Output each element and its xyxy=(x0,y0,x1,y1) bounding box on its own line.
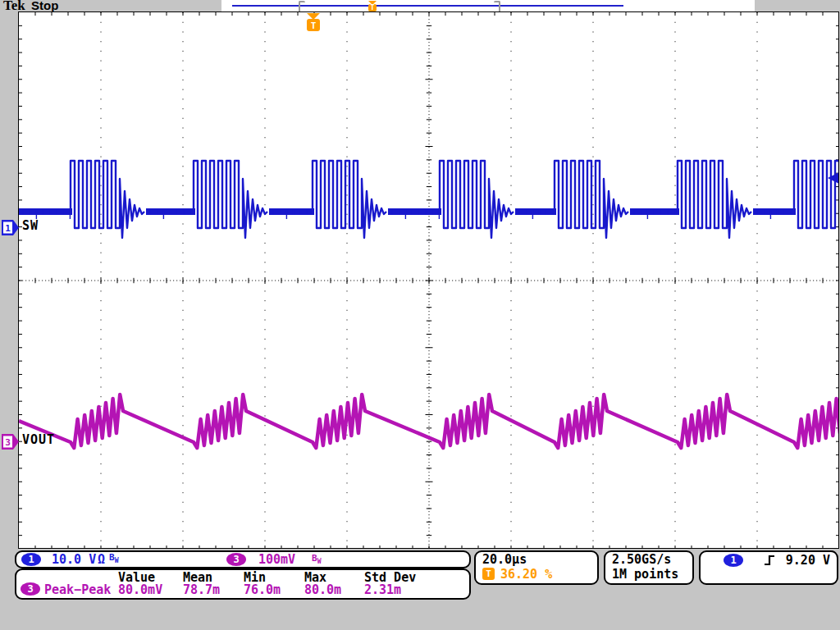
trigger-source-badge: 1 xyxy=(724,554,743,567)
trigger-t-icon: T xyxy=(482,568,495,580)
meas-min: 76.0m xyxy=(244,582,281,597)
sample-rate: 2.50GS/s xyxy=(612,552,671,567)
graticule-bottom-border xyxy=(18,548,839,549)
trigger-position-marker-small[interactable]: T xyxy=(367,0,378,11)
svg-text:3: 3 xyxy=(5,437,11,448)
rising-edge-icon xyxy=(763,554,776,567)
acquisition-readout[interactable]: 2.50GS/s 1M points xyxy=(604,550,694,585)
meas-stddev: 2.31m xyxy=(364,582,401,597)
trigger-level: 9.20 V xyxy=(786,553,830,568)
ch1-waveform-label: SW xyxy=(22,218,39,233)
trigger-readout[interactable]: 1 9.20 V xyxy=(699,550,838,585)
ch3-badge: 3 xyxy=(226,553,246,566)
meas-max: 80.0m xyxy=(304,582,341,597)
svg-text:1: 1 xyxy=(5,223,11,234)
measurement-panel[interactable]: Value Mean Min Max Std Dev 3 Peak−Peak 8… xyxy=(15,568,471,600)
trigger-position-flag[interactable]: T xyxy=(305,13,322,32)
ch1-scale: 10.0 V xyxy=(52,552,96,567)
ch1-coupling-icon: Ω xyxy=(98,552,105,567)
acquisition-state: Stop xyxy=(31,0,58,12)
ch1-position-marker[interactable]: 1 xyxy=(2,220,20,235)
waveform-display xyxy=(19,12,839,549)
graticule-display: T 1 SW 3 VOUT xyxy=(18,11,839,549)
channel-scale-readout[interactable]: 1 10.0 V Ω BW 3 100mV BW xyxy=(15,550,471,568)
horizontal-readout[interactable]: 20.0µs T 36.20 % xyxy=(474,550,599,585)
ch1-bandwidth-icon: BW xyxy=(109,552,118,564)
meas-mean: 78.7m xyxy=(183,582,220,597)
svg-text:T: T xyxy=(371,4,375,11)
trigger-position-percent: 36.20 % xyxy=(500,567,552,582)
record-length-line xyxy=(232,5,623,7)
record-length: 1M points xyxy=(612,567,678,582)
meas-value: 80.0mV xyxy=(118,582,162,597)
ch3-position-marker[interactable]: 3 xyxy=(2,434,20,450)
svg-text:T: T xyxy=(311,21,317,31)
ch3-waveform-label: VOUT xyxy=(22,432,55,447)
ch1-badge: 1 xyxy=(21,553,41,566)
timebase-scale: 20.0µs xyxy=(482,552,527,567)
ch3-scale: 100mV xyxy=(258,552,295,567)
ch3-bandwidth-icon: BW xyxy=(312,553,321,565)
meas-channel-badge: 3 xyxy=(21,582,40,596)
record-view-bar[interactable]: T xyxy=(221,0,755,11)
meas-name: Peak−Peak xyxy=(44,582,111,597)
top-status-bar: Tek Stop T xyxy=(0,0,840,11)
graticule-right-border xyxy=(838,11,839,549)
